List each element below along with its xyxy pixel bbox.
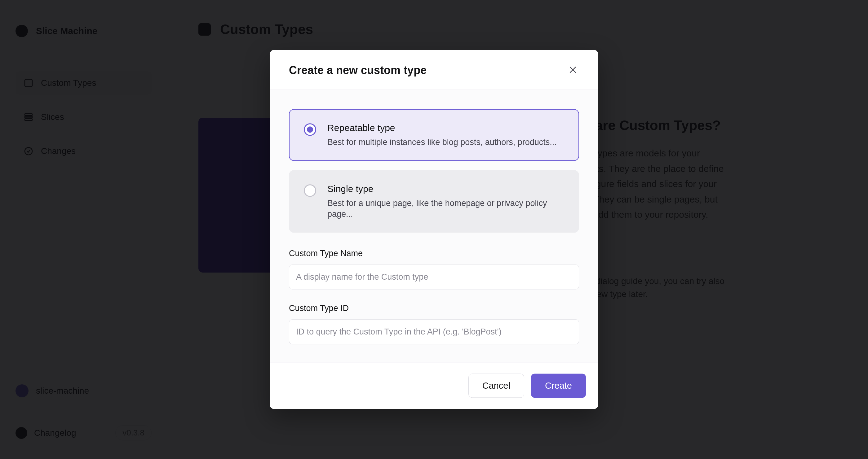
custom-type-name-input[interactable] bbox=[289, 265, 579, 290]
modal-footer: Cancel Create bbox=[270, 362, 598, 409]
type-option-single[interactable]: Single type Best for a unique page, like… bbox=[289, 170, 579, 233]
close-icon bbox=[568, 65, 578, 75]
field-label: Custom Type ID bbox=[289, 304, 579, 314]
modal-close-button[interactable] bbox=[566, 64, 580, 77]
type-option-title: Repeatable type bbox=[328, 123, 557, 133]
radio-icon bbox=[304, 184, 316, 197]
field-custom-type-name: Custom Type Name bbox=[289, 249, 579, 290]
type-option-desc: Best for a unique page, like the homepag… bbox=[328, 198, 564, 220]
type-option-title: Single type bbox=[328, 184, 564, 194]
create-custom-type-modal: Create a new custom type Repeatable type… bbox=[270, 50, 598, 409]
radio-icon bbox=[304, 123, 316, 136]
modal-title: Create a new custom type bbox=[289, 64, 427, 77]
create-button[interactable]: Create bbox=[531, 374, 586, 398]
modal-body: Repeatable type Best for multiple instan… bbox=[270, 90, 598, 362]
field-label: Custom Type Name bbox=[289, 249, 579, 259]
modal-header: Create a new custom type bbox=[270, 50, 598, 90]
custom-type-id-input[interactable] bbox=[289, 320, 579, 345]
cancel-button[interactable]: Cancel bbox=[468, 374, 524, 398]
type-option-repeatable[interactable]: Repeatable type Best for multiple instan… bbox=[289, 109, 579, 161]
field-custom-type-id: Custom Type ID bbox=[289, 304, 579, 345]
type-option-desc: Best for multiple instances like blog po… bbox=[328, 137, 557, 148]
